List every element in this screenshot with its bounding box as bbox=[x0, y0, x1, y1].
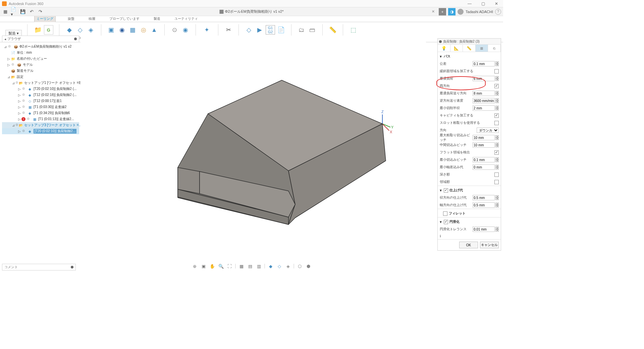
tree-setup1[interactable]: ⊿⊚📂セットアップ1 [ワーク オフセット =既:...○ bbox=[2, 80, 79, 86]
document-tab[interactable]: Φ2ボールEM負荷制御粗削り v1 v2* bbox=[219, 9, 283, 14]
shade3-icon[interactable]: ◈ bbox=[285, 263, 291, 269]
panel-tab-tool[interactable]: 💡 bbox=[438, 45, 450, 52]
generate-icon[interactable]: ◇ bbox=[244, 25, 254, 35]
3d-parallel-icon[interactable]: ▦ bbox=[128, 25, 138, 35]
file-menu-icon[interactable]: 📄▾ bbox=[11, 8, 17, 15]
comment-pin-icon[interactable] bbox=[71, 266, 73, 268]
tolerance-input[interactable] bbox=[473, 61, 495, 66]
3d-pocket-icon[interactable]: ◉ bbox=[117, 25, 127, 35]
panel-tab-geometry[interactable]: 📐 bbox=[450, 45, 463, 52]
redo-icon[interactable]: ↷ bbox=[37, 8, 44, 15]
multiaxis-icon[interactable]: ✦ bbox=[202, 25, 212, 35]
both-dir-checkbox[interactable] bbox=[494, 84, 499, 88]
tree-op-4[interactable]: ▷⊚◆[T1 (0:34:29)] 負荷制御6 bbox=[2, 110, 79, 116]
g-code-icon[interactable]: G bbox=[44, 25, 53, 35]
section-stock[interactable]: ▼仕上げ代 bbox=[439, 187, 501, 193]
shade-wire-icon[interactable]: ⬢ bbox=[306, 263, 312, 269]
tree-op-1[interactable]: ▷⊚◆[T12 (0:02:18)] 負荷制御2 (... bbox=[2, 92, 79, 98]
comment-bar[interactable]: コメント bbox=[2, 264, 76, 270]
panel-header[interactable]: 負荷制御 : 負荷制御2 (3) bbox=[438, 39, 501, 45]
avatar-icon[interactable] bbox=[458, 9, 464, 15]
depth-order-checkbox[interactable] bbox=[494, 172, 499, 177]
tree-op-3[interactable]: ▷⊚▦[T1 (0:03:30)] 走査線2 bbox=[2, 104, 79, 110]
tree-model[interactable]: ▷⊚📦モデル bbox=[2, 62, 79, 68]
axial-stock-input[interactable] bbox=[473, 202, 495, 208]
3d-adaptive-icon[interactable]: ▣ bbox=[107, 25, 116, 35]
min-radius-input[interactable] bbox=[473, 105, 495, 111]
section-path[interactable]: ▼パス bbox=[439, 53, 501, 59]
edit-icon[interactable]: ✂ bbox=[224, 25, 233, 35]
fit-icon[interactable]: ⛶ bbox=[227, 263, 233, 269]
zoom-icon[interactable]: 🔍 bbox=[218, 263, 224, 269]
drill-icon[interactable]: ⊙ bbox=[170, 25, 179, 35]
close-tab-button[interactable]: ✕ bbox=[429, 9, 437, 14]
app-menu-icon[interactable]: ▦ bbox=[2, 8, 9, 15]
bore-icon[interactable]: ◉ bbox=[181, 25, 190, 35]
maximize-button[interactable]: ▢ bbox=[476, 0, 490, 7]
grid-icon[interactable]: ▤ bbox=[247, 263, 253, 269]
postprocess-icon[interactable]: G1G2 bbox=[266, 25, 275, 35]
panel-info-icon[interactable]: ℹ bbox=[438, 233, 501, 239]
tab-turning[interactable]: 旋盤 bbox=[66, 16, 76, 22]
tree-op-2[interactable]: ▷⊚◇[T12 (0:00:17)] 面1 bbox=[2, 98, 79, 104]
flat-detect-checkbox[interactable] bbox=[494, 150, 499, 155]
shade2-icon[interactable]: ◇ bbox=[276, 263, 282, 269]
look-icon[interactable]: ▣ bbox=[201, 263, 207, 269]
tab-milling[interactable]: ミーリング bbox=[34, 15, 56, 22]
tree-op-selected[interactable]: ▷⊚◆[T20 (0:02:10)] 負荷制御2... bbox=[2, 128, 79, 134]
simulate-icon[interactable]: ▶ bbox=[255, 25, 264, 35]
tree-mfg-model[interactable]: 📦製造モデル bbox=[2, 68, 79, 74]
tree-op-5[interactable]: ▷!⊚▦[T1 (0:01:13)] 走査線2... bbox=[2, 116, 79, 122]
2d-pocket-icon[interactable]: ◇ bbox=[75, 25, 85, 35]
rev-feed-input[interactable] bbox=[473, 98, 495, 103]
slot-checkbox[interactable] bbox=[494, 121, 499, 125]
display-icon[interactable]: ▦ bbox=[238, 263, 245, 269]
task-manager-icon[interactable]: 🗃 bbox=[308, 25, 317, 35]
tree-root[interactable]: ⊿⊚📦Φ2ボールEM負荷制御粗削り v1 v2 bbox=[2, 44, 79, 50]
direction-select[interactable]: ダウンカット bbox=[477, 128, 499, 133]
new-tab-button[interactable]: + bbox=[439, 8, 446, 15]
min-stepdown-input[interactable] bbox=[473, 157, 495, 162]
radial-stock-input[interactable] bbox=[473, 195, 495, 200]
browser-pin-icon[interactable] bbox=[74, 38, 77, 40]
viewport-icon[interactable]: ▥ bbox=[256, 263, 262, 269]
tab-fabrication[interactable]: 製造 bbox=[152, 16, 162, 22]
undo-icon[interactable]: ↶ bbox=[28, 8, 35, 15]
3d-contour-icon[interactable]: ◎ bbox=[139, 25, 148, 35]
new-setup-icon[interactable]: 📁 bbox=[33, 25, 43, 35]
smooth-tol-input[interactable] bbox=[473, 227, 495, 232]
inspect-icon[interactable]: 📏 bbox=[328, 25, 337, 35]
orbit-icon[interactable]: ⊕ bbox=[192, 263, 198, 269]
user-name[interactable]: Tadashi ADACHI bbox=[466, 10, 493, 14]
tree-named-views[interactable]: ▷📁名前の付いたビュー bbox=[2, 56, 79, 62]
setup-sheet-icon[interactable]: 📄 bbox=[276, 25, 286, 35]
workspace-selector[interactable]: 製造 ▾ bbox=[3, 23, 24, 37]
cancel-button[interactable]: キャンセル bbox=[480, 242, 499, 248]
tree-setup3[interactable]: ⊿⊚📂セットアップ3 [ワーク オフセット =...◉ bbox=[2, 122, 79, 128]
tab-utilities[interactable]: ユーティリティ bbox=[172, 16, 200, 22]
tree-op-0[interactable]: ▷⊚◆[T20 (0:02:10)] 負荷制御2 (... bbox=[2, 86, 79, 92]
help-icon[interactable]: ? bbox=[495, 9, 501, 15]
section-smooth[interactable]: ▼円滑化 bbox=[439, 219, 501, 225]
viewport[interactable]: Z Y X bbox=[80, 36, 426, 262]
2d-adaptive-icon[interactable]: ◆ bbox=[65, 25, 74, 35]
tab-additive[interactable]: 積層 bbox=[87, 16, 97, 22]
region-order-checkbox[interactable] bbox=[494, 180, 499, 184]
tab-probing[interactable]: プローブしています bbox=[107, 16, 142, 22]
cavity-checkbox[interactable] bbox=[494, 113, 499, 118]
mid-stepdown-input[interactable] bbox=[473, 142, 495, 148]
min-axial-input[interactable] bbox=[473, 164, 495, 170]
panel-tab-linking[interactable]: ⎋ bbox=[488, 45, 501, 52]
minimize-button[interactable]: — bbox=[463, 0, 476, 7]
slope-checkbox[interactable] bbox=[494, 69, 499, 73]
panel-tab-passes[interactable]: ≣ bbox=[476, 45, 488, 52]
pan-icon[interactable]: ✋ bbox=[209, 263, 215, 269]
shade1-icon[interactable]: ◆ bbox=[268, 263, 274, 269]
opt-feed-input[interactable] bbox=[473, 91, 495, 96]
tree-settings[interactable]: ⊿📂設定 bbox=[2, 74, 79, 80]
tree-units[interactable]: 📄単位 : mm bbox=[2, 50, 79, 56]
select-icon[interactable]: ⬚ bbox=[348, 25, 358, 35]
browser-header[interactable]: ◂ ブラウザ bbox=[2, 36, 79, 42]
3d-ramp-icon[interactable]: ▲ bbox=[150, 25, 159, 35]
opt-load-input[interactable] bbox=[473, 76, 495, 81]
